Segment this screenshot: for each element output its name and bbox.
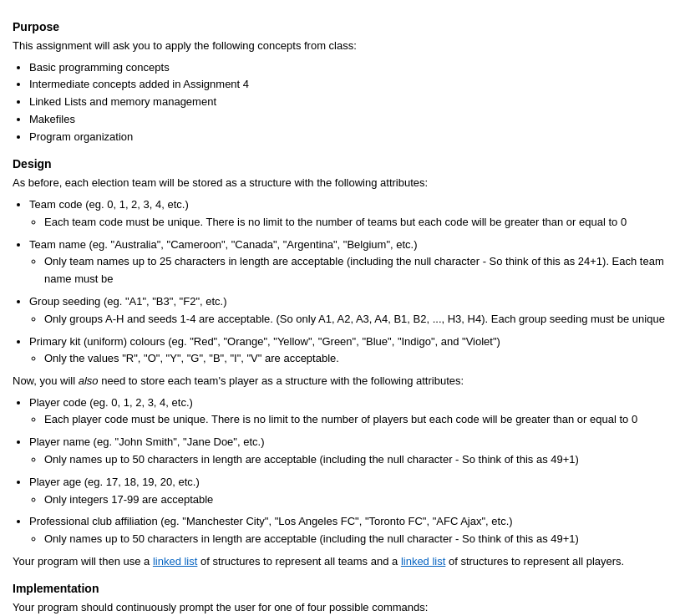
sub-list: Each team code must be unique. There is … [44,214,667,232]
list-item: Each player code must be unique. There i… [44,411,667,429]
list-item: Only groups A-H and seeds 1-4 are accept… [44,311,667,328]
sub-list: Each player code must be unique. There i… [44,411,667,429]
list-item: Only the values "R", "O", "Y", "G", "B",… [44,350,667,368]
player-attributes-list: Player code (eg. 0, 1, 2, 3, 4, etc.) Ea… [29,395,667,548]
sub-list: Only groups A-H and seeds 1-4 are accept… [44,311,667,328]
list-item: Team name (eg. "Australia", "Cameroon", … [29,237,667,288]
team-attributes-list: Team code (eg. 0, 1, 2, 3, 4, etc.) Each… [29,196,667,368]
list-item: Only integers 17-99 are acceptable [44,491,667,509]
purpose-heading: Purpose [13,20,667,33]
list-item: Linked Lists and memory management [29,94,667,111]
purpose-intro: This assignment will ask you to apply th… [13,38,667,54]
sub-list: Only names up to 50 characters in length… [44,531,667,548]
list-item: Player name (eg. "John Smith", "Jane Doe… [29,434,667,469]
sub-list: Only names up to 50 characters in length… [44,451,667,469]
design-section: Design As before, each election team wil… [13,157,667,569]
purpose-section: Purpose This assignment will ask you to … [13,20,667,145]
implementation-intro: Your program should continuously prompt … [13,599,667,616]
linked-list-link-1[interactable]: linked list [153,555,197,568]
design-intro: As before, each election team will be st… [13,175,667,191]
implementation-heading: Implementation [13,582,667,595]
list-item: Only names up to 50 characters in length… [44,531,667,548]
list-item: Each team code must be unique. There is … [44,214,667,232]
linked-list-link-2[interactable]: linked list [401,555,445,568]
list-item: Only team names up to 25 characters in l… [44,253,667,288]
sub-list: Only team names up to 25 characters in l… [44,253,667,288]
list-item: Only names up to 50 characters in length… [44,451,667,469]
list-item: Program organization [29,129,667,146]
sub-list: Only integers 17-99 are acceptable [44,491,667,509]
implementation-section: Implementation Your program should conti… [13,582,667,616]
list-item: Professional club affiliation (eg. "Manc… [29,513,667,548]
sub-list: Only the values "R", "O", "Y", "G", "B",… [44,350,667,368]
list-item: Team code (eg. 0, 1, 2, 3, 4, etc.) Each… [29,196,667,232]
list-item: Player age (eg. 17, 18, 19, 20, etc.) On… [29,474,667,509]
list-item: Basic programming concepts [29,59,667,77]
linked-list-paragraph: Your program will then use a linked list… [13,553,667,570]
list-item: Primary kit (uniform) colours (eg. "Red"… [29,333,667,369]
player-intro: Now, you will also need to store each te… [13,373,667,389]
list-item: Player code (eg. 0, 1, 2, 3, 4, etc.) Ea… [29,395,667,430]
list-item: Intermediate concepts added in Assignmen… [29,76,667,94]
list-item: Makefiles [29,111,667,129]
design-heading: Design [13,157,667,171]
purpose-list: Basic programming concepts Intermediate … [29,59,667,146]
list-item: Group seeding (eg. "A1", "B3", "F2", etc… [29,293,667,328]
